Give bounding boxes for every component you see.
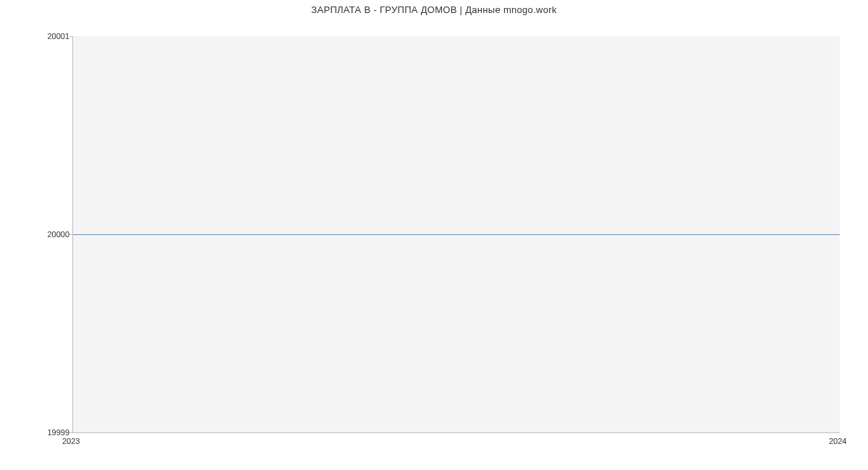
data-series-line	[73, 234, 840, 235]
y-tick-label: 19999	[4, 428, 69, 437]
plot-area	[72, 36, 840, 433]
x-tick-label: 2023	[62, 437, 80, 445]
y-tick-label: 20000	[4, 230, 69, 239]
chart-title: ЗАРПЛАТА В - ГРУППА ДОМОВ | Данные mnogo…	[0, 4, 868, 15]
y-tick-label: 20001	[4, 32, 69, 40]
line-chart: ЗАРПЛАТА В - ГРУППА ДОМОВ | Данные mnogo…	[0, 0, 868, 470]
x-tick-label: 2024	[829, 437, 846, 445]
